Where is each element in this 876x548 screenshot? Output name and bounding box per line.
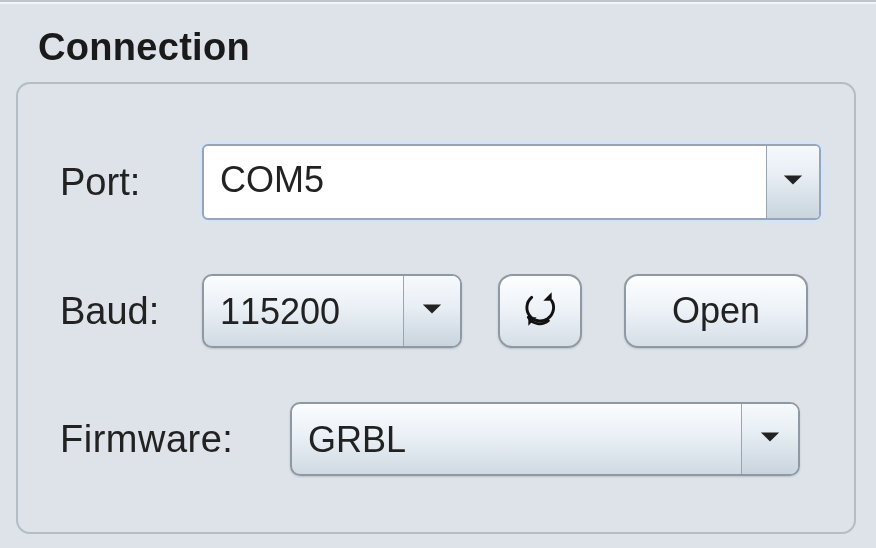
port-select-arrow[interactable] [766,146,819,218]
open-button[interactable]: Open [624,274,808,348]
chevron-down-icon [759,430,781,448]
firmware-select[interactable]: GRBL [290,402,800,476]
open-button-label: Open [672,290,760,332]
label-baud: Baud: [48,290,178,333]
port-select-value: COM5 [204,146,766,218]
connection-group: Port: COM5 Baud: 115200 [16,82,856,534]
refresh-icon [520,289,560,333]
firmware-select-arrow[interactable] [741,404,798,474]
row-port: Port: COM5 [48,144,824,220]
label-port: Port: [48,161,178,204]
baud-select-value: 115200 [204,276,403,346]
firmware-select-value: GRBL [292,404,741,474]
chevron-down-icon [782,173,804,191]
chevron-down-icon [421,302,443,320]
refresh-button[interactable] [498,274,582,348]
section-title: Connection [32,26,256,69]
divider-top-highlight [0,2,876,4]
row-firmware: Firmware: GRBL [48,402,824,476]
baud-select[interactable]: 115200 [202,274,462,348]
label-firmware: Firmware: [48,418,266,461]
port-select[interactable]: COM5 [202,144,821,220]
row-baud: Baud: 115200 Open [48,274,824,348]
baud-select-arrow[interactable] [403,276,460,346]
